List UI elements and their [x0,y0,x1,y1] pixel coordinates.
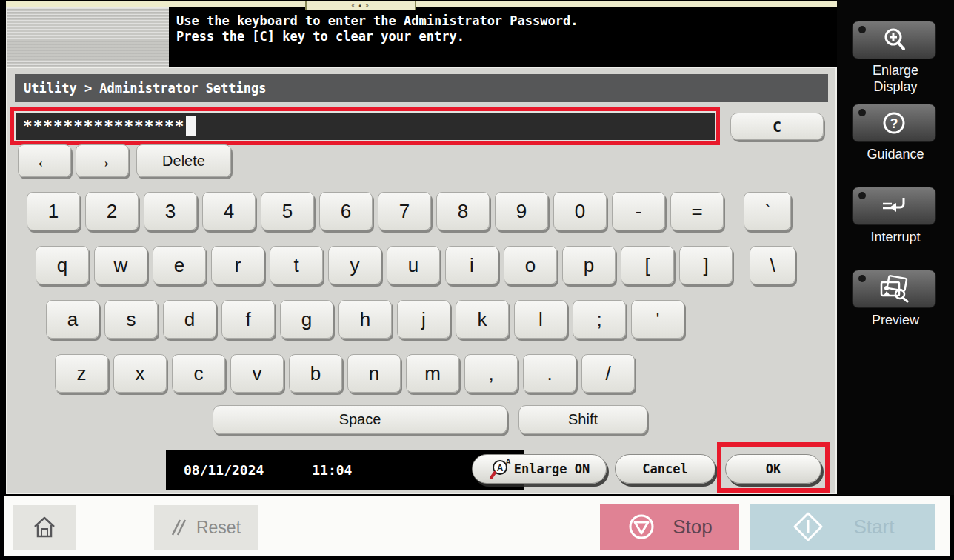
clear-key[interactable]: C [730,113,824,140]
guidance-label: Guidance [837,146,954,162]
key-o[interactable]: o [504,246,557,284]
space-key[interactable]: Space [213,405,507,434]
key-a[interactable]: a [46,300,99,339]
cancel-label: Cancel [642,461,687,476]
key-'[interactable]: ' [631,300,684,339]
preview-button[interactable] [852,270,936,308]
key-[[interactable]: [ [621,246,674,284]
key-3[interactable]: 3 [144,192,197,230]
key-u[interactable]: u [387,246,440,284]
home-icon [31,514,58,541]
key-q[interactable]: q [36,246,89,284]
key-d[interactable]: d [163,300,216,339]
key-s[interactable]: s [104,300,158,339]
magnifier-plus-icon [879,25,909,55]
key-z[interactable]: z [55,354,108,393]
key-m[interactable]: m [406,354,459,393]
key-j[interactable]: j [397,300,450,339]
reset-button[interactable]: Reset [154,505,258,550]
interrupt-button[interactable] [852,187,936,225]
key-n[interactable]: n [347,354,401,393]
indicator-led [858,109,866,116]
right-sidebar: Enlarge Display ? Guidance Interrupt Pre… [837,0,954,495]
interrupt-label: Interrupt [837,229,954,245]
key-4[interactable]: 4 [202,192,256,230]
key--[interactable]: - [612,192,665,230]
indicator-led [858,275,866,282]
breadcrumb: Utility > Administrator Settings [15,74,828,102]
screen-tab-marker: « ♦ » [305,1,416,10]
cancel-button[interactable]: Cancel [615,454,716,484]
ok-button[interactable]: OK [725,454,821,484]
key-t[interactable]: t [270,246,323,284]
key-e[interactable]: e [153,246,206,284]
key-;[interactable]: ; [573,300,626,339]
enlarge-on-label: Enlarge ON [514,461,590,476]
preview-icon [878,275,910,303]
key-y[interactable]: y [328,246,381,284]
message-line-2: Press the [C] key to clear your entry. [176,29,837,44]
start-button[interactable]: Start [750,504,935,550]
key-l[interactable]: l [514,300,567,339]
key-i[interactable]: i [445,246,498,284]
key-backtick[interactable]: ` [744,192,791,230]
key-k[interactable]: k [456,300,509,339]
time-text: 11:04 [312,462,352,478]
key-f[interactable]: f [221,300,275,339]
key-w[interactable]: w [94,246,147,284]
home-button[interactable] [13,505,76,550]
guidance-button[interactable]: ? [852,104,936,142]
svg-text:A: A [496,463,503,473]
key-7[interactable]: 7 [378,192,431,230]
key-v[interactable]: v [230,354,284,393]
delete-key[interactable]: Delete [136,144,231,177]
message-area: Use the keyboard to enter the Administra… [169,7,837,67]
key-=[interactable]: = [670,192,724,230]
indicator-led [858,192,866,199]
key-8[interactable]: 8 [436,192,490,230]
key-9[interactable]: 9 [495,192,548,230]
enlarge-display-button[interactable] [852,21,936,59]
cursor-right-key[interactable]: → [76,144,129,177]
key-h[interactable]: h [338,300,392,339]
key-][interactable]: ] [679,246,733,284]
shift-key[interactable]: Shift [518,405,647,434]
start-label: Start [854,516,895,539]
key-5[interactable]: 5 [261,192,314,230]
key-.[interactable]: . [523,354,576,393]
enlarge-on-button[interactable]: A A Enlarge ON [472,454,607,484]
message-line-1: Use the keyboard to enter the Administra… [176,13,837,29]
question-circle-icon: ? [879,108,909,138]
key-/[interactable]: / [581,354,635,393]
key-x[interactable]: x [113,354,167,393]
reset-label: Reset [196,518,241,538]
key-g[interactable]: g [280,300,333,339]
datetime-strip: 08/11/2024 11:04 [166,450,524,490]
stop-icon [627,512,656,541]
cursor-left-key[interactable]: ← [18,144,71,177]
key-2[interactable]: 2 [85,192,139,230]
svg-text:A: A [505,458,510,466]
tab-marker-text: « ♦ » [351,3,370,9]
hardware-bar: Reset Stop Start [4,496,950,556]
key-backslash[interactable]: \ [750,246,795,284]
key-b[interactable]: b [289,354,342,393]
key-p[interactable]: p [562,246,616,284]
key-6[interactable]: 6 [319,192,373,230]
stop-button[interactable]: Stop [600,504,739,550]
indicator-led [858,26,866,33]
ok-label: OK [766,461,781,476]
key-c[interactable]: c [172,354,225,393]
key-0[interactable]: 0 [553,192,607,230]
key-,[interactable]: , [464,354,518,393]
keyboard-row-bottom: zxcvbnm,./ [55,354,635,393]
enlarge-magnifier-icon: A A [489,458,511,480]
preview-label: Preview [837,312,954,328]
password-input[interactable]: **************** [14,111,716,141]
key-1[interactable]: 1 [27,192,80,230]
key-r[interactable]: r [211,246,264,284]
enlarge-display-label: Enlarge Display [837,62,954,95]
keyboard-row-qwerty: qwertyuiop[] [36,246,733,284]
svg-text:?: ? [890,116,898,131]
keyboard-row-numbers: 1234567890-= [27,192,724,230]
